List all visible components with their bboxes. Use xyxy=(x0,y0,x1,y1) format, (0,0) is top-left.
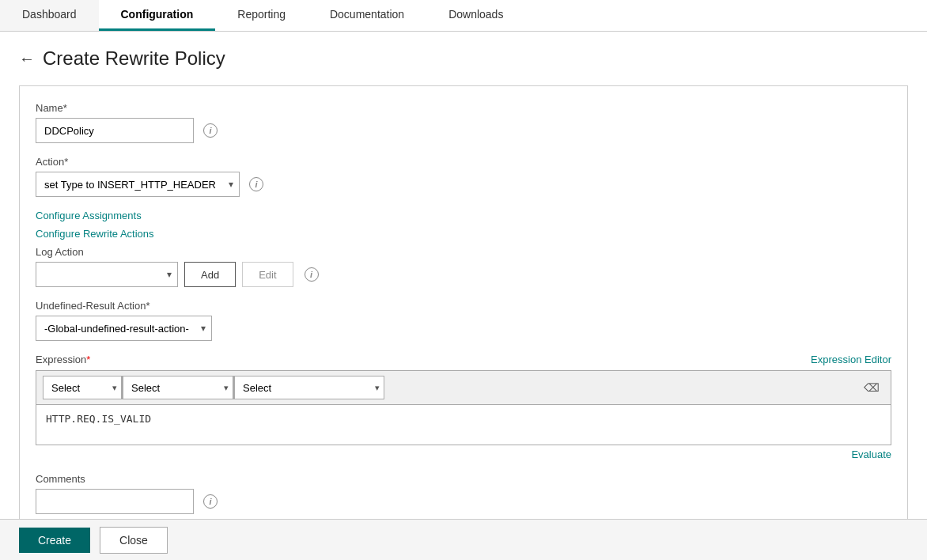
action-select[interactable]: set Type to INSERT_HTTP_HEADER xyxy=(36,172,240,197)
form-panel: Name* i Action* set Type to INSERT_HTTP_… xyxy=(19,85,908,543)
tab-dashboard[interactable]: Dashboard xyxy=(0,0,99,31)
action-group: Action* set Type to INSERT_HTTP_HEADER ▾… xyxy=(36,156,891,197)
expression-editor-link[interactable]: Expression Editor xyxy=(811,354,891,365)
expression-select-1[interactable]: Select xyxy=(43,376,122,399)
page-title-row: ← Create Rewrite Policy xyxy=(19,47,908,70)
nav-bar: Dashboard Configuration Reporting Docume… xyxy=(0,0,927,32)
expression-selects-row: Select ▾ Select ▾ Select xyxy=(36,371,891,405)
tab-documentation[interactable]: Documentation xyxy=(308,0,426,31)
comments-label: Comments xyxy=(36,473,891,485)
undefined-result-select[interactable]: -Global-undefined-result-action- xyxy=(36,316,212,341)
action-label: Action* xyxy=(36,156,891,168)
comments-input[interactable] xyxy=(36,489,194,514)
back-arrow-icon[interactable]: ← xyxy=(19,50,35,68)
name-input[interactable] xyxy=(36,118,194,143)
configure-rewrite-actions-link[interactable]: Configure Rewrite Actions xyxy=(36,228,891,240)
close-button[interactable]: Close xyxy=(100,527,168,554)
create-button[interactable]: Create xyxy=(19,528,90,553)
action-info-icon: i xyxy=(249,177,263,191)
tab-reporting[interactable]: Reporting xyxy=(215,0,308,31)
main-content: ← Create Rewrite Policy Name* i Action* … xyxy=(0,32,927,560)
log-action-select[interactable] xyxy=(36,262,178,287)
undefined-result-label: Undefined-Result Action* xyxy=(36,300,891,312)
expression-box: Select ▾ Select ▾ Select xyxy=(36,370,891,445)
expression-label: Expression* xyxy=(36,354,90,365)
comments-info-icon: i xyxy=(203,494,218,509)
expression-required: * xyxy=(86,354,90,365)
tab-configuration[interactable]: Configuration xyxy=(99,0,216,31)
expression-group: Expression* Expression Editor Select ▾ xyxy=(36,354,891,460)
log-action-group: Log Action ▾ Add Edit i xyxy=(36,246,891,287)
name-info-icon: i xyxy=(203,123,218,138)
name-label: Name* xyxy=(36,102,891,114)
evaluate-link[interactable]: Evaluate xyxy=(851,448,891,460)
tab-downloads[interactable]: Downloads xyxy=(426,0,525,31)
expression-backspace-button[interactable]: ⌫ xyxy=(859,380,884,395)
log-action-info-icon: i xyxy=(305,267,319,282)
bottom-bar: Create Close xyxy=(0,519,927,560)
undefined-result-group: Undefined-Result Action* -Global-undefin… xyxy=(36,300,891,341)
log-action-label: Log Action xyxy=(36,246,891,258)
comments-group: Comments i xyxy=(36,473,891,514)
add-button[interactable]: Add xyxy=(184,262,236,287)
page-title: Create Rewrite Policy xyxy=(43,47,225,70)
edit-button[interactable]: Edit xyxy=(242,262,293,287)
name-group: Name* i xyxy=(36,102,891,143)
expression-text: HTTP.REQ.IS_VALID xyxy=(36,405,891,445)
configure-assignments-link[interactable]: Configure Assignments xyxy=(36,210,891,221)
expression-select-3[interactable]: Select xyxy=(234,376,384,399)
expression-select-2[interactable]: Select xyxy=(123,376,233,399)
